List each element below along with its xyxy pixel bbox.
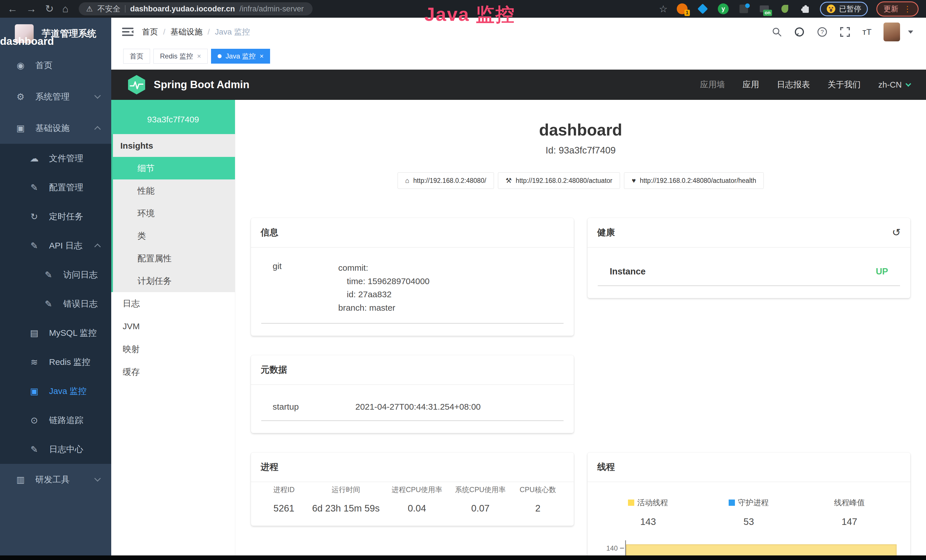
app-window: 芋道管理系统 ◉ 首页 ⚙ 系统管理 ▣ 基础设施 ☁ 文件管理 bbox=[0, 18, 926, 560]
insecure-label: 不安全 bbox=[97, 4, 120, 14]
address-bar[interactable]: ⚠ 不安全 dashboard.yudao.iocoder.cn /infra/… bbox=[79, 2, 313, 15]
y-tickmark bbox=[620, 548, 624, 549]
home-icon[interactable]: ⌂ bbox=[62, 4, 68, 14]
back-icon[interactable]: ← bbox=[8, 4, 18, 14]
kebab-menu-icon[interactable]: ⋮ bbox=[903, 4, 911, 14]
right-column: 首页 / 基础设施 / Java 监控 bbox=[111, 18, 926, 560]
emoji-face-icon bbox=[826, 4, 835, 14]
url-path: /infra/admin-server bbox=[239, 5, 304, 14]
insecure-warning-icon: ⚠ bbox=[86, 5, 93, 14]
extension-grid-icon[interactable] bbox=[738, 3, 750, 15]
annotation-java-monitor: Java 监控 bbox=[424, 2, 515, 27]
update-label: 更新 bbox=[884, 4, 898, 14]
instance-id: 93a3fc7f7409 bbox=[114, 115, 232, 124]
profile-paused-chip[interactable]: 已暂停 bbox=[820, 2, 868, 16]
reload-icon[interactable]: ↻ bbox=[45, 4, 54, 14]
update-button[interactable]: 更新 ⋮ bbox=[876, 2, 918, 17]
url-host: dashboard.yudao.iocoder.cn bbox=[130, 5, 235, 14]
bookmark-star-icon[interactable]: ☆ bbox=[659, 3, 667, 15]
extension-on-icon[interactable]: on bbox=[758, 3, 770, 15]
extension-orange-icon[interactable]: 1 bbox=[676, 3, 688, 15]
extension-green-y-icon[interactable]: y bbox=[717, 3, 729, 15]
extension-on-badge: on bbox=[763, 10, 772, 16]
svg-text:?: ? bbox=[820, 29, 824, 35]
instance-sidebar: dashboard 93a3fc7f7409 Insights 细节 性能 环境… bbox=[111, 100, 235, 560]
screen: ← → ↻ ⌂ ⚠ 不安全 dashboard.yudao.iocoder.cn… bbox=[0, 0, 926, 560]
screen-bottom-edge bbox=[0, 555, 926, 560]
browser-toolbar-right: ☆ 1 y on bbox=[659, 2, 918, 17]
extensions-puzzle-icon[interactable] bbox=[799, 3, 811, 15]
extension-blue-pin-icon[interactable] bbox=[697, 3, 709, 15]
paused-label: 已暂停 bbox=[839, 4, 861, 14]
extension-leaf-icon[interactable] bbox=[779, 3, 791, 15]
extension-badge: 1 bbox=[684, 10, 690, 16]
url-divider bbox=[125, 5, 126, 12]
avatar-caret-icon[interactable] bbox=[908, 30, 913, 34]
y-tick-140: 140 bbox=[598, 544, 618, 552]
sba-content: dashboard 93a3fc7f7409 Insights 细节 性能 环境… bbox=[111, 100, 926, 560]
instance-header: dashboard 93a3fc7f7409 bbox=[111, 100, 235, 134]
instance-name: dashboard bbox=[0, 35, 926, 560]
forward-icon[interactable]: → bbox=[26, 4, 36, 14]
